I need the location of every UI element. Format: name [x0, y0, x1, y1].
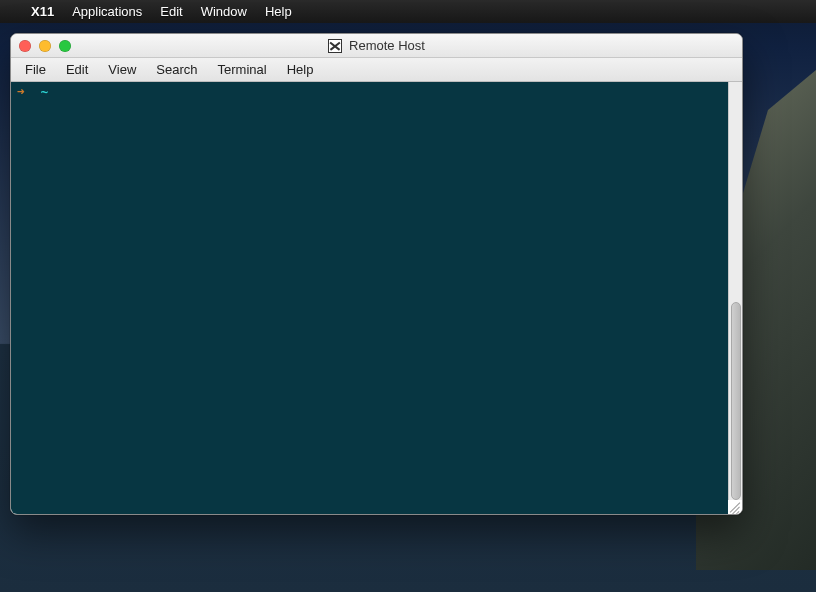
menubar-applications[interactable]: Applications — [63, 0, 151, 23]
active-app-name[interactable]: X11 — [22, 0, 63, 23]
menu-help[interactable]: Help — [277, 58, 324, 82]
close-button[interactable] — [19, 40, 31, 52]
menu-file[interactable]: File — [15, 58, 56, 82]
menubar-window[interactable]: Window — [192, 0, 256, 23]
traffic-lights — [19, 40, 71, 52]
zoom-button[interactable] — [59, 40, 71, 52]
desktop-background: X11 Applications Edit Window Help Remote… — [0, 0, 816, 592]
terminal-window: Remote Host File Edit View Search Termin… — [10, 33, 743, 515]
menubar-help[interactable]: Help — [256, 0, 301, 23]
terminal-content[interactable]: ➜ ~ — [11, 82, 728, 514]
window-titlebar[interactable]: Remote Host — [11, 34, 742, 58]
vertical-scrollbar[interactable] — [728, 82, 742, 514]
prompt-cwd: ~ — [40, 84, 48, 99]
scrollbar-thumb[interactable] — [731, 302, 741, 500]
menu-view[interactable]: View — [98, 58, 146, 82]
menu-edit[interactable]: Edit — [56, 58, 98, 82]
x11-icon — [328, 39, 342, 53]
macos-menubar[interactable]: X11 Applications Edit Window Help — [0, 0, 816, 23]
menu-terminal[interactable]: Terminal — [208, 58, 277, 82]
menu-search[interactable]: Search — [146, 58, 207, 82]
resize-handle-icon[interactable] — [728, 500, 742, 514]
prompt-arrow-icon: ➜ — [17, 84, 25, 99]
window-title: Remote Host — [349, 38, 425, 53]
menubar-edit[interactable]: Edit — [151, 0, 191, 23]
window-menubar: File Edit View Search Terminal Help — [11, 58, 742, 82]
minimize-button[interactable] — [39, 40, 51, 52]
terminal-area: ➜ ~ — [11, 82, 742, 514]
